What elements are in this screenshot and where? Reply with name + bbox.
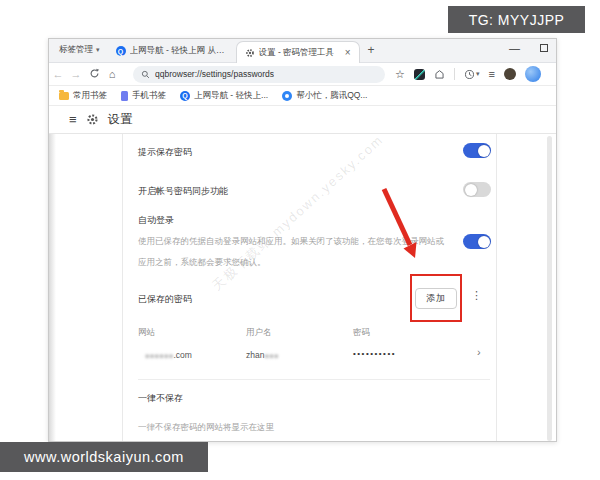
chevron-down-icon: ▾	[476, 70, 480, 78]
toggle-knob	[478, 145, 490, 157]
folder-icon	[59, 92, 69, 100]
browser-window: 标签管理 ▾ Q 上网导航 - 轻快上网 从这里开始 设置 - 密码管理工具 ×…	[48, 38, 557, 442]
password-row-masked: ••••••••••	[353, 349, 396, 358]
gear-icon	[86, 113, 99, 126]
bookmark-star-icon[interactable]: ☆	[395, 68, 405, 81]
bookmark-label: 上网导航 - 轻快上...	[194, 90, 268, 102]
window-controls: —	[509, 43, 548, 53]
site-watermark-badge: www.worldskaiyun.com	[0, 442, 208, 472]
column-username: 用户名	[246, 327, 272, 339]
save-password-prompt-label: 提示保存密码	[138, 146, 192, 159]
bookmarks-bar: 常用书签 手机书签 Q 上网导航 - 轻快上... 帮小忙，腾讯QQ...	[49, 86, 556, 106]
extension-icon[interactable]	[414, 69, 425, 80]
bookmark-label: 手机书签	[132, 90, 166, 102]
reload-icon	[89, 68, 100, 79]
tab-manager-label: 标签管理	[59, 44, 93, 56]
site-badge-text: www.worldskaiyun.com	[24, 449, 184, 465]
home-button[interactable]: ⌂	[103, 68, 121, 80]
website-domain: .com	[173, 350, 191, 360]
bookmark-tencent[interactable]: 帮小忙，腾讯QQ...	[282, 90, 367, 102]
website-redacted: ●●●●●●	[145, 352, 173, 359]
tg-badge-text: TG: MYYJJPP	[469, 12, 565, 28]
settings-sidebar	[49, 134, 123, 442]
left-edge-shadow	[49, 134, 56, 442]
column-website: 网站	[138, 327, 155, 339]
profile-avatar[interactable]	[504, 68, 516, 80]
bookmark-common[interactable]: 常用书签	[59, 90, 107, 102]
column-password: 密码	[353, 327, 370, 339]
save-password-prompt-toggle[interactable]	[463, 143, 491, 158]
scrollbar[interactable]	[547, 136, 552, 441]
minimize-button[interactable]: —	[509, 43, 520, 53]
tab-close-icon[interactable]: ×	[341, 47, 351, 58]
settings-content: 天极下载站 mydown.yesky.com 提示保存密码 开启帐号密码同步功能…	[49, 134, 556, 442]
qq-browser-favicon: Q	[180, 91, 190, 101]
never-save-title: 一律不保存	[138, 392, 183, 405]
tab-nav-homepage[interactable]: Q 上网导航 - 轻快上网 从这里开始	[108, 40, 236, 62]
tg-watermark-badge: TG: MYYJJPP	[448, 6, 585, 33]
auto-login-title: 自动登录	[138, 214, 174, 227]
history-button[interactable]: ▾	[464, 69, 480, 80]
address-url: qqbrowser://settings/passwords	[155, 69, 274, 79]
tab-settings-passwords[interactable]: 设置 - 密码管理工具 ×	[236, 41, 360, 63]
toggle-knob	[478, 236, 490, 248]
browser-toolbar: ← → ⌂ qqbrowser://settings/passwords ☆	[49, 63, 556, 86]
section-divider	[138, 379, 490, 380]
toolbar-actions: ☆ ▾ ≡	[395, 66, 534, 82]
never-save-hint: 一律不保存密码的网站将显示在这里	[138, 422, 274, 434]
address-bar[interactable]: qqbrowser://settings/passwords	[133, 66, 385, 83]
back-button[interactable]: ←	[49, 68, 67, 80]
password-sync-label: 开启帐号密码同步功能	[138, 185, 228, 198]
tab-label: 上网导航 - 轻快上网 从这里开始	[130, 45, 228, 57]
collection-icon[interactable]	[434, 69, 445, 80]
hamburger-menu-icon[interactable]: ≡	[69, 112, 77, 127]
toggle-knob	[465, 184, 477, 196]
phone-icon	[121, 91, 128, 101]
toolbar-divider	[454, 68, 455, 80]
reload-button[interactable]	[85, 68, 103, 81]
auto-login-toggle[interactable]	[463, 234, 491, 249]
saved-passwords-title: 已保存的密码	[138, 293, 192, 306]
annotation-red-arrow	[373, 184, 463, 274]
right-gutter	[497, 134, 556, 442]
password-sync-toggle[interactable]	[463, 182, 491, 197]
maximize-button[interactable]	[540, 44, 548, 52]
password-row-username: zhan●●●	[246, 350, 279, 360]
forward-button[interactable]: →	[67, 68, 85, 80]
bookmark-mobile[interactable]: 手机书签	[121, 90, 166, 102]
bookmark-label: 帮小忙，腾讯QQ...	[296, 90, 367, 102]
new-tab-button[interactable]: +	[360, 43, 385, 62]
screenshot: TG: MYYJJPP www.worldskaiyun.com 标签管理 ▾ …	[0, 0, 600, 480]
search-icon	[141, 70, 150, 79]
page-title: 设置	[108, 111, 134, 128]
kebab-menu-icon[interactable]: ⋮	[471, 289, 482, 302]
password-row-website[interactable]: ●●●●●●.com	[145, 350, 192, 360]
username-visible: zhan	[246, 350, 264, 360]
history-clock-icon	[464, 69, 475, 80]
row-chevron-icon[interactable]: ›	[477, 346, 481, 358]
tencent-icon	[282, 91, 292, 101]
side-panel-orb-icon[interactable]	[525, 66, 541, 82]
bookmark-nav[interactable]: Q 上网导航 - 轻快上...	[180, 90, 268, 102]
gear-icon	[245, 48, 255, 58]
tab-strip: 标签管理 ▾ Q 上网导航 - 轻快上网 从这里开始 设置 - 密码管理工具 ×…	[49, 39, 556, 63]
tab-label: 设置 - 密码管理工具	[259, 47, 335, 59]
annotation-red-rectangle	[410, 274, 462, 322]
password-settings-panel: 天极下载站 mydown.yesky.com 提示保存密码 开启帐号密码同步功能…	[123, 134, 497, 442]
chevron-down-icon: ▾	[96, 46, 100, 54]
tab-manager-button[interactable]: 标签管理 ▾	[49, 44, 108, 62]
qq-browser-favicon: Q	[116, 46, 126, 56]
settings-header: ≡ 设置	[49, 106, 556, 134]
menu-icon[interactable]: ≡	[488, 68, 494, 80]
bookmark-label: 常用书签	[73, 90, 107, 102]
username-redacted: ●●●	[264, 352, 278, 359]
